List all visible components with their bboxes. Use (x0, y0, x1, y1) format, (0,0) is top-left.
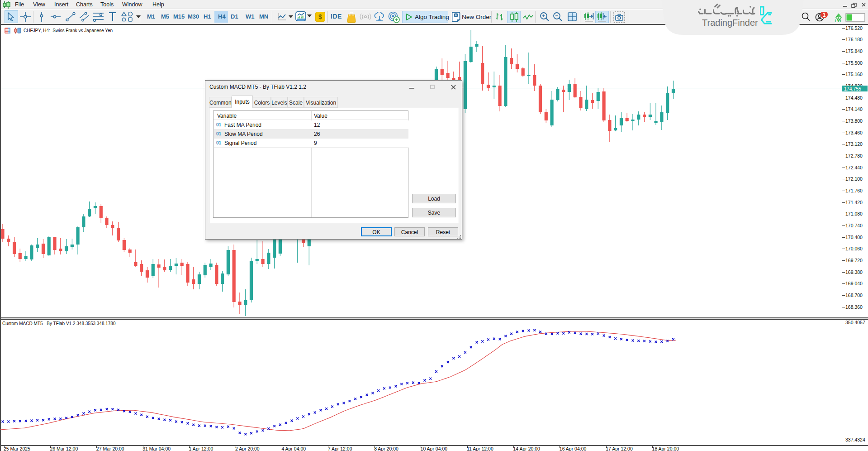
svg-text:LVL: LVL (835, 18, 842, 23)
svg-text:1: 1 (823, 12, 826, 18)
svg-text:TradingFinder: TradingFinder (702, 18, 758, 28)
